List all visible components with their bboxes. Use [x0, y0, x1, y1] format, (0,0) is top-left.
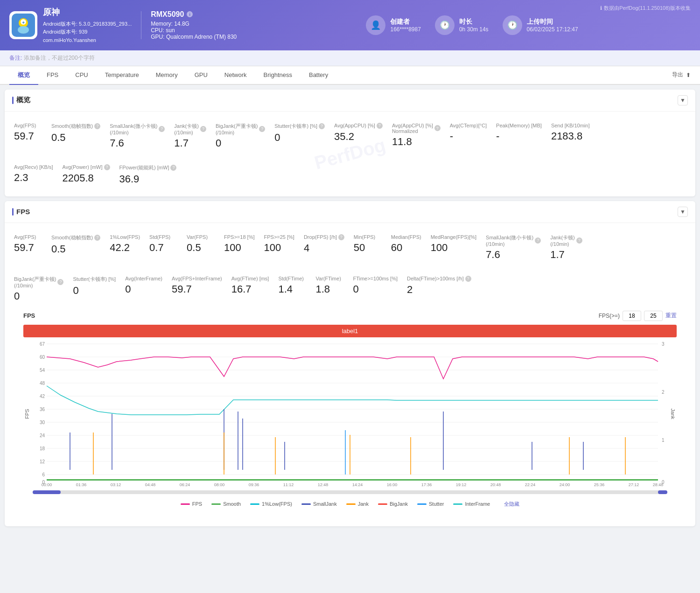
hide-all-button[interactable]: 全隐藏	[504, 501, 519, 508]
smalljank-info-icon[interactable]: ?	[159, 126, 165, 132]
overview-collapse[interactable]: ▼	[678, 95, 688, 105]
nav-tabs: 概览 FPS CPU Temperature Memory GPU Networ…	[0, 66, 700, 85]
legend-interframe[interactable]: InterFrame	[453, 501, 490, 507]
fps-ge18: FPS>=18 [%] 100	[224, 230, 264, 265]
app-version: Android版本号: 5.3.0_29183395_293...	[43, 20, 132, 28]
svg-text:12: 12	[40, 459, 45, 464]
smooth-info-icon[interactable]: ?	[94, 123, 100, 129]
header-source: ℹ 数据由PerfDog(11.1.250108)版本收集	[600, 5, 691, 12]
fps-jank: Jank(卡顿)(/10min) ? 1.7	[550, 230, 592, 265]
app-details: 原神 Android版本号: 5.3.0_29183395_293... And…	[43, 6, 132, 45]
power-info-icon[interactable]: ?	[104, 164, 110, 170]
scrollbar-thumb-left[interactable]	[33, 490, 61, 494]
svg-text:2: 2	[662, 390, 665, 395]
stat-avg-fps: Avg(FPS) 59.7	[14, 119, 51, 153]
fps-jank-info[interactable]: ?	[576, 237, 582, 244]
fps-stats-row1: Avg(FPS) 59.7 Smooth(稳帧指数) ? 0.5 1%Low(F…	[14, 230, 686, 265]
legend-smooth[interactable]: Smooth	[211, 501, 241, 507]
legend-fps[interactable]: FPS	[181, 501, 202, 507]
jank-info-icon[interactable]: ?	[200, 126, 206, 132]
header: ✦ 原神 Android版本号: 5.3.0_29183395_293... A…	[0, 0, 700, 50]
stat-recv: Avg(Recv) [KB/s] 2.3	[14, 160, 63, 189]
overview-title: 概览	[12, 96, 30, 105]
tab-brightness[interactable]: Brightness	[255, 67, 301, 84]
fps-smooth-info[interactable]: ?	[94, 235, 100, 241]
fps-collapse[interactable]: ▼	[678, 207, 688, 217]
legend-fps-dot	[181, 503, 190, 505]
tab-battery[interactable]: Battery	[301, 67, 336, 84]
appcpunorm-info-icon[interactable]: ?	[434, 125, 441, 131]
fps-min: Min(FPS) 50	[354, 230, 391, 265]
svg-text:18: 18	[40, 446, 45, 451]
legend-1pct-low[interactable]: 1%Low(FPS)	[250, 501, 292, 507]
export-button[interactable]: 导出 ⬆	[672, 71, 691, 79]
fps-delta-ftime: Delta(FTime)>100ms [/h] ? 2	[407, 272, 481, 306]
fps-sj-info[interactable]: ?	[535, 237, 541, 244]
meta-upload-time: 🕐 上传时间 06/02/2025 17:12:47	[503, 15, 578, 35]
app-name: 原神	[43, 6, 132, 19]
meta-items: 👤 创建者 166****8987 🕐 时长 0h 30m 14s 🕐 上传时间…	[253, 15, 691, 35]
reset-button[interactable]: 重置	[665, 312, 677, 320]
fps-avg-fps: Avg(FPS) 59.7	[14, 230, 51, 265]
fps-delta-info[interactable]: ?	[465, 276, 471, 282]
tab-overview[interactable]: 概览	[9, 66, 38, 85]
legend-big-jank[interactable]: BigJank	[378, 501, 408, 507]
label-bar: label1	[23, 325, 677, 337]
fpower-info-icon[interactable]: ?	[170, 165, 176, 171]
svg-text:36: 36	[40, 407, 45, 412]
scrollbar-thumb-right[interactable]	[658, 490, 667, 494]
device-name: RMX5090 i	[151, 10, 244, 19]
legend-stutter[interactable]: Stutter	[417, 501, 444, 507]
fps-bj-info[interactable]: ?	[57, 279, 63, 285]
fps-chart-container: FPS FPS(>=) 重置 label1	[14, 306, 686, 519]
tab-cpu[interactable]: CPU	[67, 67, 96, 84]
svg-text:20:48: 20:48	[490, 482, 501, 487]
svg-text:42: 42	[40, 394, 45, 399]
svg-text:FPS: FPS	[24, 409, 30, 419]
meta-creator: 👤 创建者 166****8987	[366, 15, 420, 35]
legend-small-jank[interactable]: SmallJank	[301, 501, 337, 507]
upload-time-value: 06/02/2025 17:12:47	[527, 26, 578, 33]
fps-var: Var(FPS) 0.5	[187, 230, 224, 265]
fps-header: FPS ▼	[5, 201, 695, 223]
stutter-info-icon[interactable]: ?	[319, 123, 325, 129]
fps-drop: Drop(FPS) [/h] ? 4	[304, 230, 354, 265]
tab-temperature[interactable]: Temperature	[97, 67, 147, 84]
tab-network[interactable]: Network	[216, 67, 255, 84]
fps-avg-ftime: Avg(FTime) [ms] 16.7	[231, 272, 279, 306]
device-info-icon[interactable]: i	[187, 11, 193, 17]
device-memory: Memory: 14.8G	[151, 21, 244, 27]
legend-bj-dot	[378, 503, 387, 505]
overview-header: 概览 ▼	[5, 90, 695, 112]
legend-stutter-dot	[417, 503, 427, 505]
svg-text:Jank: Jank	[670, 408, 676, 419]
legend-jank[interactable]: Jank	[346, 501, 369, 507]
tab-fps[interactable]: FPS	[38, 67, 67, 84]
stat-fpower: FPower(能能耗) [mW] ? 36.9	[119, 160, 186, 189]
appcpu-info-icon[interactable]: ?	[377, 123, 383, 129]
chart-scrollbar[interactable]	[33, 490, 667, 494]
stat-big-jank: BigJank(严重卡顿)(/10min) ? 0	[216, 119, 274, 153]
fps-section: FPS ▼ PerfDog Avg(FPS) 59.7 Smooth(稳帧指数)…	[5, 201, 695, 526]
fps-threshold2-input[interactable]	[644, 311, 663, 321]
fps-chart: 67 60 54 48 42 36 30 24 18 12 6 0 F	[23, 339, 677, 488]
notes-label: 备注:	[9, 55, 22, 61]
tab-gpu[interactable]: GPU	[186, 67, 216, 84]
svg-text:24:00: 24:00	[560, 482, 570, 487]
tab-memory[interactable]: Memory	[147, 67, 186, 84]
creator-value: 166****8987	[390, 26, 420, 33]
app-package: com.miHoYo.Yuanshen	[43, 36, 132, 45]
svg-text:54: 54	[40, 368, 45, 373]
export-icon: ⬆	[686, 72, 691, 78]
svg-text:12:48: 12:48	[318, 482, 329, 487]
svg-text:30: 30	[40, 420, 45, 425]
stat-appcpu-norm: Avg(AppCPU) [%]Normalized ? 11.8	[392, 119, 450, 153]
bigjank-info-icon[interactable]: ?	[259, 126, 265, 132]
upload-time-label: 上传时间	[527, 18, 578, 26]
fps-drop-info[interactable]: ?	[338, 234, 344, 240]
fps-var-ftime: Var(FTime) 1.8	[315, 272, 353, 306]
svg-text:28:48: 28:48	[653, 482, 664, 487]
notes-bar[interactable]: 备注: 添加备注，不超过200个字符	[0, 50, 700, 66]
svg-text:16:00: 16:00	[387, 482, 398, 487]
fps-threshold1-input[interactable]	[623, 311, 641, 321]
